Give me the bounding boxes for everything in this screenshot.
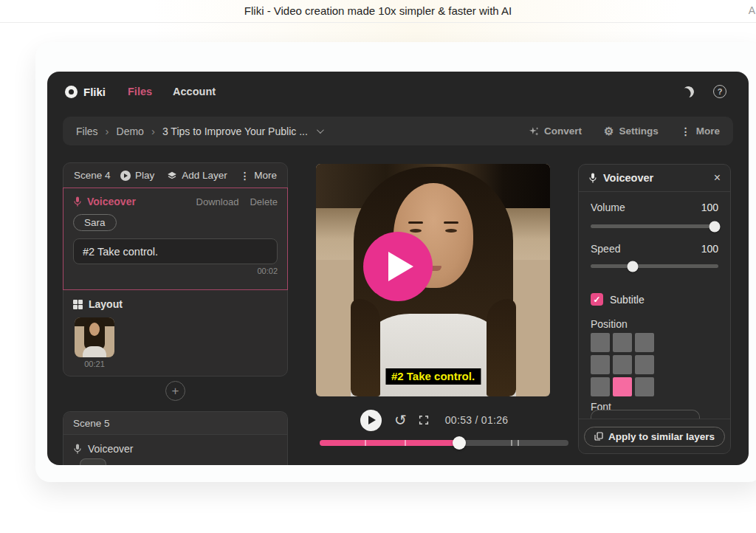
convert-button[interactable]: Convert [529, 125, 582, 137]
position-cell-3[interactable] [591, 355, 610, 374]
scene-4-title: Scene 4 [74, 170, 111, 181]
chevron-down-icon[interactable] [317, 126, 324, 134]
delete-link[interactable]: Delete [250, 196, 278, 207]
voiceover-layer[interactable]: Voiceover Download Delete Sara 00:02 [63, 188, 288, 290]
apply-to-similar-layers-button[interactable]: Apply to similar layers [584, 427, 725, 447]
brand-name: Fliki [83, 86, 106, 98]
position-cell-8[interactable] [635, 377, 654, 396]
breadcrumb-current-file[interactable]: 3 Tips to Improve Your Public ... [162, 125, 308, 137]
browser-titlebar: Fliki - Video creation made 10x simpler … [0, 0, 756, 23]
nav-right: ? [683, 85, 726, 98]
voiceover-panel-title-text: Voiceover [603, 172, 653, 184]
voiceover-links: Download Delete [196, 196, 278, 207]
microphone-icon [73, 444, 82, 455]
position-grid [591, 333, 654, 396]
volume-value: 100 [701, 202, 718, 213]
corner-text: A [749, 4, 755, 16]
position-cell-2[interactable] [635, 333, 654, 352]
voice-chip[interactable]: Sara [73, 214, 117, 231]
position-cell-4[interactable] [613, 355, 632, 374]
play-icon [120, 171, 131, 181]
more-button[interactable]: ⋮ More [681, 125, 720, 137]
video-subtitle: #2 Take control. [385, 368, 481, 385]
big-play-button[interactable] [363, 232, 433, 301]
voiceover-duration: 00:02 [73, 266, 278, 275]
page-title: Fliki - Video creation made 10x simpler … [0, 0, 756, 22]
convert-label: Convert [544, 125, 582, 137]
scene-marker [365, 440, 366, 446]
subtitle-toggle[interactable]: ✓ Subtitle [591, 293, 645, 306]
scene-marker [511, 440, 512, 446]
position-cell-1[interactable] [613, 333, 632, 352]
fliki-brand[interactable]: Fliki [65, 86, 106, 98]
top-nav: Fliki Files Account ? [47, 72, 749, 111]
breadcrumb-demo[interactable]: Demo [117, 125, 144, 137]
restart-icon[interactable]: ↺ [394, 413, 407, 427]
dark-mode-icon[interactable] [682, 85, 695, 97]
microphone-icon [588, 173, 597, 184]
layout-thumbnail[interactable] [75, 317, 114, 357]
fullscreen-icon[interactable] [418, 414, 430, 426]
voiceover-panel-title: Voiceover [588, 172, 653, 184]
speed-label: Speed [591, 243, 620, 255]
subtitle-checkbox[interactable]: ✓ [591, 293, 603, 306]
position-cell-6[interactable] [591, 377, 610, 396]
video-preview[interactable]: #2 Take control. [316, 164, 550, 396]
voiceover-layer-header: Voiceover Download Delete [73, 196, 278, 207]
scene-marker [405, 440, 406, 446]
breadcrumb-actions: Convert ⚙ Settings ⋮ More [529, 125, 720, 138]
scene-4-header: Scene 4 Play Add Layer ⋮ More [63, 163, 287, 188]
layout-grid-icon [73, 300, 83, 309]
position-cell-7[interactable] [613, 377, 632, 396]
play-button[interactable] [360, 410, 382, 431]
speed-row: Speed 100 [591, 243, 718, 255]
scene-more-button[interactable]: ⋮ More [240, 170, 277, 182]
scene-play-button[interactable]: Play [120, 170, 154, 181]
scene-5-header[interactable]: Scene 5 [63, 412, 287, 435]
volume-slider[interactable] [591, 224, 718, 228]
speed-slider[interactable] [591, 264, 718, 268]
download-link[interactable]: Download [196, 196, 239, 207]
gear-icon: ⚙ [604, 125, 614, 138]
chevron-right-icon: › [151, 125, 155, 137]
layout-title-text: Layout [89, 298, 123, 310]
subtitle-label: Subtitle [610, 294, 645, 306]
layers-icon [167, 171, 177, 181]
speed-slider-thumb[interactable] [628, 261, 639, 272]
breadcrumb: Files › Demo › 3 Tips to Improve Your Pu… [63, 117, 733, 145]
volume-row: Volume 100 [591, 202, 718, 213]
play-label: Play [135, 170, 154, 181]
speed-value: 100 [701, 243, 718, 255]
nav-tab-account[interactable]: Account [173, 86, 216, 97]
layout-duration: 00:21 [73, 360, 116, 368]
position-cell-0[interactable] [591, 333, 610, 352]
time-display: 00:53 / 01:26 [445, 414, 509, 426]
scene-4-card: Scene 4 Play Add Layer ⋮ More [63, 162, 288, 376]
copy-icon [594, 432, 603, 441]
settings-button[interactable]: ⚙ Settings [604, 125, 659, 138]
app-window: Fliki Files Account ? Files › Demo › 3 T… [47, 72, 749, 465]
progress-track[interactable] [320, 440, 568, 446]
add-layer-button[interactable]: Add Layer [167, 170, 227, 181]
layout-layer[interactable]: Layout 00:21 [63, 290, 287, 376]
voiceover-title-text: Voiceover [87, 196, 136, 207]
voice-chip-partial [80, 458, 106, 465]
kebab-menu-icon: ⋮ [681, 125, 691, 137]
chevron-right-icon: › [106, 125, 109, 137]
help-icon[interactable]: ? [713, 85, 726, 98]
volume-slider-thumb[interactable] [709, 221, 720, 232]
scene-5-voiceover-label: Voiceover [88, 443, 133, 455]
settings-label: Settings [619, 125, 658, 137]
position-cell-5[interactable] [635, 355, 654, 374]
scene-marker [518, 440, 519, 446]
fliki-logo-icon [65, 86, 78, 98]
breadcrumb-files[interactable]: Files [76, 125, 98, 137]
voiceover-panel-header: Voiceover × [579, 165, 730, 192]
microphone-icon [73, 196, 82, 207]
voiceover-text-input[interactable] [73, 238, 278, 264]
add-scene-button[interactable]: + [165, 381, 185, 401]
nav-tab-files[interactable]: Files [128, 86, 152, 97]
close-icon[interactable]: × [714, 172, 721, 184]
voiceover-panel: Voiceover × Volume 100 Speed 100 ✓ Subti… [578, 164, 731, 454]
progress-thumb[interactable] [453, 436, 466, 450]
